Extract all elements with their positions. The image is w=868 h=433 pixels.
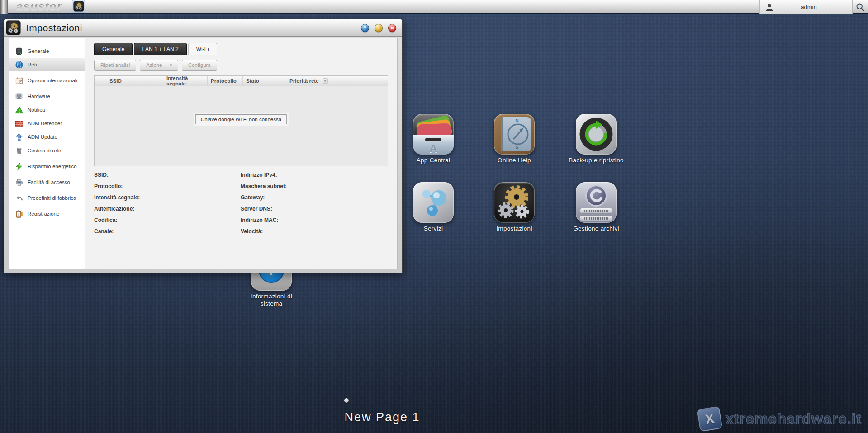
desktop: A App Central N S Online Help bbox=[0, 0, 868, 433]
storage-manager-icon bbox=[576, 182, 617, 223]
storage-wrench-badge bbox=[585, 185, 607, 207]
sidebar-item-adm-defender[interactable]: ADM Defender bbox=[9, 117, 85, 130]
action-button-label: Azione bbox=[146, 62, 162, 68]
sidebar-item-hardware[interactable]: Hardware bbox=[9, 89, 85, 103]
globe-icon bbox=[14, 60, 24, 69]
firewall-icon bbox=[14, 119, 24, 128]
sidebar-item-label: Predefiniti di fabbrica bbox=[28, 195, 76, 201]
detail-label-protocollo: Protocollo: bbox=[94, 184, 241, 195]
table-body: Chiave dongle Wi-Fi non connessa bbox=[95, 86, 388, 166]
sidebar-item-rete[interactable]: Rete bbox=[9, 58, 85, 71]
settings-gears-icon bbox=[6, 20, 21, 35]
sort-caret-icon[interactable]: ▾ bbox=[323, 78, 328, 84]
table-header-intensita[interactable]: Intensità segnale bbox=[163, 76, 207, 86]
sidebar-item-label: Rete bbox=[28, 62, 38, 68]
sidebar-item-facilita-di-accesso[interactable]: Facilità di accesso bbox=[9, 175, 85, 189]
sidebar-item-opzioni-internazionali[interactable]: Opzioni internazionali bbox=[9, 71, 85, 89]
settings-gears-icon bbox=[494, 182, 535, 223]
sidebar-item-generale[interactable]: Generale bbox=[9, 44, 85, 58]
detail-label-indirizzo-ipv4: Indirizzo IPv4: bbox=[241, 172, 289, 184]
desktop-icon-settings[interactable]: Impostazioni bbox=[483, 182, 546, 232]
detail-label-codifica: Codifica: bbox=[94, 217, 241, 229]
sidebar-item-label: ADM Defender bbox=[28, 121, 62, 127]
window-body: Generale Rete Opzioni internazionali bbox=[4, 37, 402, 273]
username-label: admin bbox=[774, 4, 852, 10]
taskbar-collapse-handle[interactable] bbox=[0, 0, 8, 14]
lightning-icon bbox=[14, 162, 24, 171]
watermark: X xtremehardware.it bbox=[698, 408, 862, 430]
taskbar-item-impostazioni[interactable] bbox=[72, 0, 85, 13]
desktop-icon-backup-restore[interactable]: Back-up e ripristino bbox=[564, 114, 628, 164]
page-indicator-dot[interactable] bbox=[344, 398, 349, 403]
table-header-protocollo[interactable]: Protocollo bbox=[207, 76, 242, 86]
sidebar-item-label: Notifica bbox=[28, 107, 45, 113]
desktop-icon-label: Back-up e ripristino bbox=[564, 157, 628, 164]
detail-label-velocita: Velocità: bbox=[241, 229, 289, 240]
desktop-icon-label: App Central bbox=[402, 157, 465, 164]
desktop-icon-label: Gestione archivi bbox=[564, 225, 628, 232]
drive-bar bbox=[580, 215, 612, 221]
table-header-ssid[interactable]: SSID bbox=[106, 76, 163, 86]
clipboard-icon bbox=[14, 209, 24, 218]
help-button[interactable]: ? bbox=[361, 24, 369, 32]
asustor-logo: asustor bbox=[16, 0, 62, 14]
close-button[interactable]: ✕ bbox=[388, 24, 396, 32]
table-header-priorita[interactable]: Priorità rete ▾ bbox=[286, 76, 388, 86]
window-titlebar[interactable]: Impostazioni ? – ✕ bbox=[4, 19, 402, 37]
tab-strip: Generale LAN 1 + LAN 2 Wi-Fi bbox=[94, 43, 397, 55]
user-menu[interactable]: admin bbox=[759, 0, 853, 14]
network-pane: Generale LAN 1 + LAN 2 Wi-Fi Ripeti anal… bbox=[85, 38, 398, 269]
sidebar-item-label: Facilità di accesso bbox=[28, 179, 70, 185]
sidebar-item-label: Opzioni internazionali bbox=[28, 78, 77, 84]
sidebar-item-cestino-di-rete[interactable]: Cestino di rete bbox=[9, 144, 85, 157]
desktop-icon-online-help[interactable]: N S Online Help bbox=[483, 114, 546, 164]
sidebar-item-registrazione[interactable]: Registrazione bbox=[9, 207, 85, 221]
table-header-row: SSID Intensità segnale Protocollo Stato … bbox=[95, 76, 388, 86]
sidebar-item-adm-update[interactable]: ADM Update bbox=[9, 130, 85, 144]
minimize-button[interactable]: – bbox=[375, 24, 383, 32]
configure-button[interactable]: Configura bbox=[182, 60, 217, 71]
tab-wifi[interactable]: Wi-Fi bbox=[188, 43, 217, 55]
tab-lan1-lan2[interactable]: LAN 1 + LAN 2 bbox=[134, 43, 186, 55]
action-button[interactable]: Azione ▾ bbox=[140, 60, 178, 71]
settings-gears-icon bbox=[73, 1, 84, 12]
wifi-details: SSID: Protocollo: Intensità segnale: Aut… bbox=[94, 172, 397, 240]
search-icon bbox=[855, 2, 865, 12]
table-header-select[interactable] bbox=[95, 76, 106, 86]
sidebar-item-label: ADM Update bbox=[28, 134, 57, 140]
online-help-icon: N S bbox=[494, 114, 535, 155]
app-tray-slot bbox=[425, 138, 441, 141]
sidebar-item-notifica[interactable]: Notifica bbox=[9, 103, 85, 117]
sidebar-item-label: Cestino di rete bbox=[28, 148, 61, 154]
detail-label-gateway: Gateway: bbox=[241, 195, 289, 206]
detail-label-indirizzo-mac: Indirizzo MAC: bbox=[241, 217, 289, 229]
sidebar-item-risparmio-energetico[interactable]: Risparmio energetico bbox=[9, 157, 85, 175]
server-icon bbox=[14, 47, 24, 56]
desktop-icon-label: Impostazioni bbox=[483, 225, 546, 232]
table-header-priorita-label: Priorità rete bbox=[289, 78, 319, 84]
settings-sidebar: Generale Rete Opzioni internazionali bbox=[9, 38, 85, 269]
top-taskbar: asustor admin bbox=[0, 0, 868, 14]
rescan-button[interactable]: Ripeti analisi bbox=[94, 60, 136, 71]
help-book: N S bbox=[501, 117, 531, 151]
settings-window: Impostazioni ? – ✕ Generale bbox=[4, 19, 403, 273]
sidebar-item-predefiniti-di-fabbrica[interactable]: Predefiniti di fabbrica bbox=[9, 189, 85, 207]
chevron-down-icon[interactable]: ▾ bbox=[166, 63, 172, 67]
detail-label-server-dns: Server DNS: bbox=[241, 206, 289, 217]
desktop-icon-services[interactable]: Servizi bbox=[402, 182, 465, 232]
search-button[interactable] bbox=[854, 1, 866, 13]
watermark-text: xtremehardware.it bbox=[726, 410, 862, 428]
person-icon bbox=[764, 2, 774, 12]
tab-generale[interactable]: Generale bbox=[94, 43, 133, 55]
app-central-icon: A bbox=[413, 114, 454, 155]
desktop-icon-app-central[interactable]: A App Central bbox=[402, 114, 465, 164]
detail-label-canale: Canale: bbox=[94, 229, 241, 240]
sidebar-item-label: Registrazione bbox=[28, 211, 59, 217]
desktop-icon-storage-manager[interactable]: Gestione archivi bbox=[564, 182, 628, 232]
sidebar-item-label: Hardware bbox=[28, 94, 50, 99]
empty-table-message: Chiave dongle Wi-Fi non connessa bbox=[195, 114, 287, 124]
app-central-letter: A bbox=[429, 142, 437, 155]
table-header-stato[interactable]: Stato bbox=[242, 76, 286, 86]
detail-label-autenticazione: Autenticazione: bbox=[94, 206, 241, 217]
drive-bar bbox=[580, 208, 612, 214]
